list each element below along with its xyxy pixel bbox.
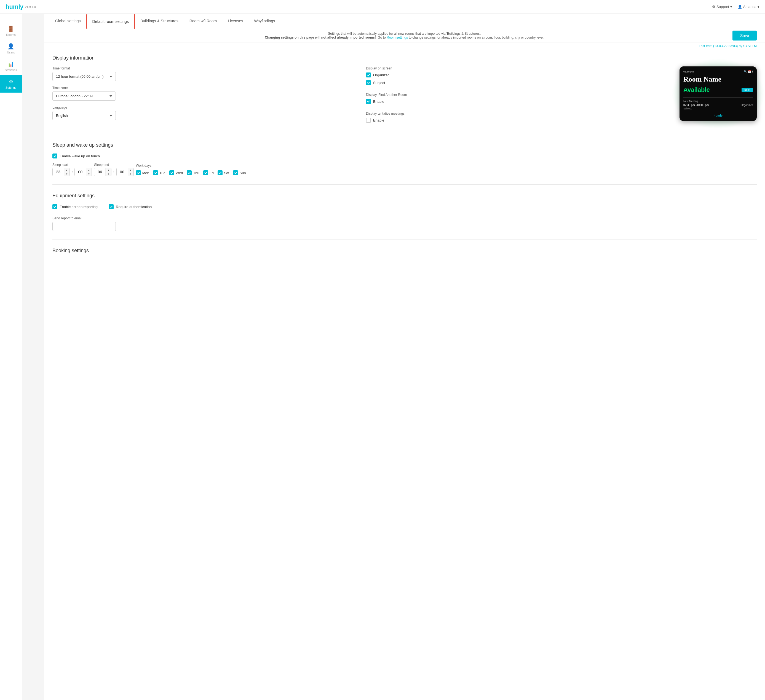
tab-wayfindings[interactable]: Wayfindings — [249, 14, 281, 29]
day-mon[interactable]: Mon — [136, 170, 149, 175]
timezone-select[interactable]: Europe/London - 22:09 — [52, 91, 116, 100]
timezone-group: Time zone Europe/London - 22:09 — [52, 86, 355, 100]
find-room-checkbox-row[interactable]: Enable — [366, 99, 669, 104]
sleep-start-hour-spinners: ▲ ▼ — [64, 168, 69, 176]
day-wed[interactable]: Wed — [169, 170, 183, 175]
thu-label: Thu — [193, 171, 199, 175]
day-sun[interactable]: Sun — [233, 170, 246, 175]
divider-3 — [52, 239, 757, 240]
language-group: Language English German French — [52, 105, 355, 120]
send-report-email-input[interactable] — [52, 222, 116, 231]
sleep-end-minute-down[interactable]: ▼ — [128, 172, 134, 176]
sleep-time-row: Sleep start ▲ ▼ : — [52, 163, 757, 176]
wake-on-touch-checkbox[interactable] — [52, 154, 57, 159]
room-settings-link[interactable]: Room settings — [387, 36, 408, 39]
subject-checkbox-row[interactable]: Subject — [366, 80, 669, 85]
send-report-group: Send report to email — [52, 217, 757, 231]
find-room-checkbox[interactable] — [366, 99, 371, 104]
sidebar-item-label: Users — [7, 51, 15, 54]
settings-content: Display information Time format 12 hour … — [44, 50, 765, 265]
preview-icons: 🔍 📅 ℹ — [744, 70, 753, 73]
sleep-start-hour-field[interactable] — [53, 168, 64, 176]
room-preview-card: 01:50 pm 🔍 📅 ℹ Room Name Available Book — [680, 66, 757, 121]
sat-checkbox[interactable] — [217, 170, 222, 175]
sleep-start-minute-down[interactable]: ▼ — [86, 172, 91, 176]
check-icon — [137, 171, 140, 174]
check-icon — [170, 171, 173, 174]
sidebar-item-settings[interactable]: ⚙ Settings — [0, 75, 22, 93]
sleep-end-minute-field[interactable] — [116, 168, 128, 176]
equipment-title: Equipment settings — [52, 193, 757, 199]
sleep-wake-title: Sleep and wake up settings — [52, 142, 757, 148]
sleep-end-hour-up[interactable]: ▲ — [105, 168, 111, 172]
wed-label: Wed — [176, 171, 183, 175]
sidebar-item-users[interactable]: 👤 Users — [0, 40, 22, 57]
support-button[interactable]: ⚙ Support ▾ — [712, 5, 732, 9]
divider-1 — [52, 133, 757, 134]
sidebar-item-statistics[interactable]: 📊 Statistics — [0, 57, 22, 75]
sleep-end-hour-down[interactable]: ▼ — [105, 172, 111, 176]
screen-reporting-label: Enable screen reporting — [60, 205, 98, 209]
sidebar-item-label: Settings — [6, 86, 17, 89]
tab-licenses[interactable]: Licenses — [222, 14, 249, 29]
tab-buildings-structures[interactable]: Buildings & Structures — [135, 14, 184, 29]
sleep-start-hour-up[interactable]: ▲ — [64, 168, 69, 172]
day-tue[interactable]: Tue — [153, 170, 165, 175]
preview-meeting-time: 02:30 pm - 04:00 pm — [683, 104, 709, 107]
topbar-right: ⚙ Support ▾ 👤 Amanda ▾ — [712, 5, 759, 9]
time-format-group: Time format 12 hour format (06:00 am/pm)… — [52, 66, 355, 81]
tue-checkbox[interactable] — [153, 170, 158, 175]
thu-checkbox[interactable] — [187, 170, 192, 175]
subject-checkbox[interactable] — [366, 80, 371, 85]
sidebar-item-label: Rooms — [6, 33, 16, 36]
mon-checkbox[interactable] — [136, 170, 141, 175]
logo-text: humly — [6, 3, 24, 11]
check-icon — [234, 171, 237, 174]
wake-on-touch-row[interactable]: Enable wake up on touch — [52, 154, 757, 159]
preview-book-button[interactable]: Book — [741, 88, 753, 92]
sleep-start-minute-spinners: ▲ ▼ — [86, 168, 91, 176]
organizer-checkbox-row[interactable]: Organizer — [366, 72, 669, 77]
day-thu[interactable]: Thu — [187, 170, 199, 175]
screen-reporting-row[interactable]: Enable screen reporting — [52, 204, 98, 209]
version-text: v1.9.1.0 — [25, 5, 36, 9]
tab-global-settings[interactable]: Global settings — [50, 14, 86, 29]
check-icon — [367, 100, 370, 103]
preview-next-meeting-label: Next Meeting — [683, 100, 753, 102]
send-report-label: Send report to email — [52, 217, 757, 220]
require-auth-checkbox[interactable] — [109, 204, 113, 209]
require-auth-row[interactable]: Require authentication — [109, 204, 152, 209]
workdays-label: Work days — [136, 164, 246, 168]
sleep-end-minute-up[interactable]: ▲ — [128, 168, 134, 172]
sidebar-item-rooms[interactable]: 🚪 Rooms — [0, 22, 22, 40]
banner-go-text: Go to — [378, 36, 386, 39]
fri-checkbox[interactable] — [203, 170, 208, 175]
language-select[interactable]: English German French — [52, 111, 116, 120]
language-label: Language — [52, 105, 355, 110]
save-button[interactable]: Save — [732, 31, 757, 41]
preview-meeting-row: 02:30 pm - 04:00 pm Organizer — [683, 104, 753, 107]
tentative-checkbox[interactable] — [366, 118, 371, 122]
sleep-start-minute-up[interactable]: ▲ — [86, 168, 91, 172]
wed-checkbox[interactable] — [169, 170, 174, 175]
sleep-end-hour-field[interactable] — [94, 168, 105, 176]
tab-room-wi-room[interactable]: Room w/i Room — [184, 14, 222, 29]
banner-warning: Changing settings on this page will not … — [265, 36, 376, 39]
divider-2 — [52, 184, 757, 185]
organizer-checkbox[interactable] — [366, 72, 371, 77]
user-button[interactable]: 👤 Amanda ▾ — [738, 5, 759, 9]
time-format-select[interactable]: 12 hour format (06:00 am/pm) 24 hour for… — [52, 72, 116, 81]
sleep-start-hour-down[interactable]: ▼ — [64, 172, 69, 176]
sleep-start-minute-field[interactable] — [75, 168, 86, 176]
screen-reporting-checkbox[interactable] — [52, 204, 57, 209]
sun-checkbox[interactable] — [233, 170, 238, 175]
display-left-col: Time format 12 hour format (06:00 am/pm)… — [52, 66, 355, 120]
banner-suffix: to change settings for already imported … — [409, 36, 545, 39]
day-sat[interactable]: Sat — [217, 170, 230, 175]
day-fri[interactable]: Fri — [203, 170, 214, 175]
tab-default-room-settings[interactable]: Default room settings — [86, 14, 135, 29]
equipment-checkboxes: Enable screen reporting Require authenti… — [52, 204, 757, 212]
banner-line1: Settings that will be automatically appl… — [50, 32, 759, 36]
tentative-checkbox-row[interactable]: Enable — [366, 118, 669, 122]
time-colon-2: : — [113, 170, 115, 174]
